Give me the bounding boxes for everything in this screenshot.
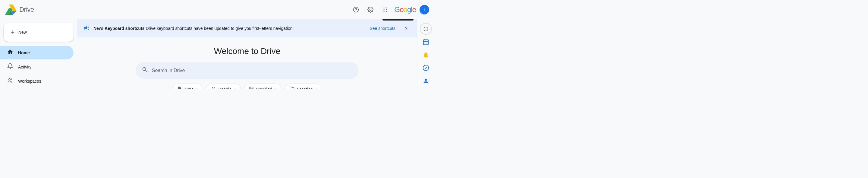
modified-chip-label: Modified (256, 87, 272, 89)
svg-rect-20 (250, 87, 253, 89)
sidebar: + New Home Activity Workspaces ▶ (0, 19, 77, 89)
header-right: Google t (350, 4, 429, 16)
announcement-banner: New! Keyboard shortcuts Drive keyboard s… (77, 19, 417, 37)
app-header: Drive (0, 0, 434, 19)
svg-point-11 (382, 9, 383, 10)
type-filter-chip[interactable]: Type ▾ (172, 84, 203, 89)
home-icon (7, 49, 13, 56)
announcement-icon (83, 24, 90, 33)
right-sidebar (417, 19, 434, 89)
type-chip-icon (177, 86, 182, 89)
sidebar-item-activity[interactable]: Activity (0, 60, 73, 73)
svg-point-15 (384, 11, 385, 12)
search-bar[interactable]: Search in Drive (135, 62, 359, 79)
sidebar-item-workspaces[interactable]: Workspaces (0, 74, 73, 88)
modified-filter-chip[interactable]: Modified ▾ (244, 84, 281, 89)
sidebar-label-home: Home (18, 50, 30, 55)
google-logo: Google (395, 5, 416, 14)
svg-point-12 (384, 9, 385, 10)
drive-logo-icon (5, 4, 17, 15)
tasks-button[interactable] (420, 62, 432, 73)
calendar-button[interactable] (420, 36, 432, 48)
main-content: New! Keyboard shortcuts Drive keyboard s… (77, 19, 417, 89)
svg-point-13 (386, 9, 387, 10)
modified-chip-icon (249, 86, 254, 89)
people-chip-icon (211, 86, 216, 89)
search-placeholder: Search in Drive (152, 68, 352, 73)
svg-point-9 (384, 7, 385, 8)
type-chip-arrow: ▾ (196, 87, 198, 89)
search-icon (142, 66, 148, 75)
contacts-button[interactable] (420, 75, 432, 87)
svg-rect-27 (423, 39, 428, 44)
workspaces-icon (7, 77, 13, 85)
people-chip-arrow: ▾ (234, 87, 236, 89)
notifications-button[interactable] (420, 49, 432, 61)
plus-icon: + (11, 28, 15, 36)
activity-icon (7, 63, 13, 70)
settings-button[interactable] (364, 4, 376, 16)
people-filter-chip[interactable]: People ▾ (206, 84, 241, 89)
apps-button[interactable] (379, 4, 391, 16)
modified-chip-arrow: ▾ (275, 87, 276, 89)
header-left: Drive (5, 4, 34, 15)
new-button[interactable]: + New (4, 23, 73, 41)
svg-point-14 (382, 11, 383, 12)
dismiss-banner-button[interactable]: × Dismiss banner (401, 24, 411, 33)
welcome-title: Welcome to Drive (214, 47, 280, 56)
sidebar-item-my-drive[interactable]: ▶ My Drive (0, 88, 73, 89)
svg-point-16 (386, 11, 387, 12)
location-filter-chip[interactable]: Location ▾ (284, 84, 322, 89)
location-chip-icon (290, 86, 294, 89)
type-chip-label: Type (184, 87, 193, 89)
svg-point-18 (11, 79, 12, 80)
svg-point-8 (382, 7, 383, 8)
svg-point-7 (370, 9, 371, 10)
banner-text: New! Keyboard shortcuts Drive keyboard s… (93, 26, 366, 31)
location-chip-arrow: ▾ (315, 87, 317, 89)
info-button[interactable] (420, 23, 432, 35)
sidebar-label-workspaces: Workspaces (18, 79, 41, 84)
filter-chips: Type ▾ People ▾ Modified ▾ (77, 84, 417, 89)
dismiss-tooltip: Dismiss banner (382, 19, 413, 21)
see-shortcuts-link[interactable]: See shortcuts (370, 26, 396, 31)
close-icon: × (405, 25, 408, 32)
people-chip-label: People (218, 87, 231, 89)
avatar[interactable]: t (420, 5, 429, 14)
app-title: Drive (19, 6, 34, 13)
sidebar-label-activity: Activity (18, 65, 31, 69)
new-button-label: New (19, 30, 27, 35)
drive-logo[interactable]: Drive (5, 4, 34, 15)
help-button[interactable] (350, 4, 362, 16)
sidebar-item-home[interactable]: Home (0, 46, 73, 59)
svg-point-17 (9, 79, 10, 80)
svg-point-10 (386, 7, 387, 8)
location-chip-label: Location (297, 87, 313, 89)
welcome-section: Welcome to Drive Search in Drive (77, 37, 417, 84)
main-layout: + New Home Activity Workspaces ▶ (0, 19, 434, 89)
banner-message: Drive keyboard shortcuts have been updat… (146, 26, 292, 31)
banner-prefix: New! Keyboard shortcuts (93, 26, 145, 31)
